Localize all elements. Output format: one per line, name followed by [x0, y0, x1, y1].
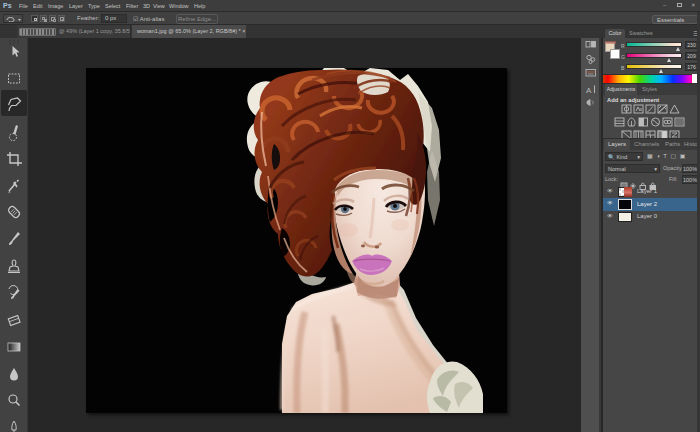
svg-text:A: A — [586, 86, 592, 95]
